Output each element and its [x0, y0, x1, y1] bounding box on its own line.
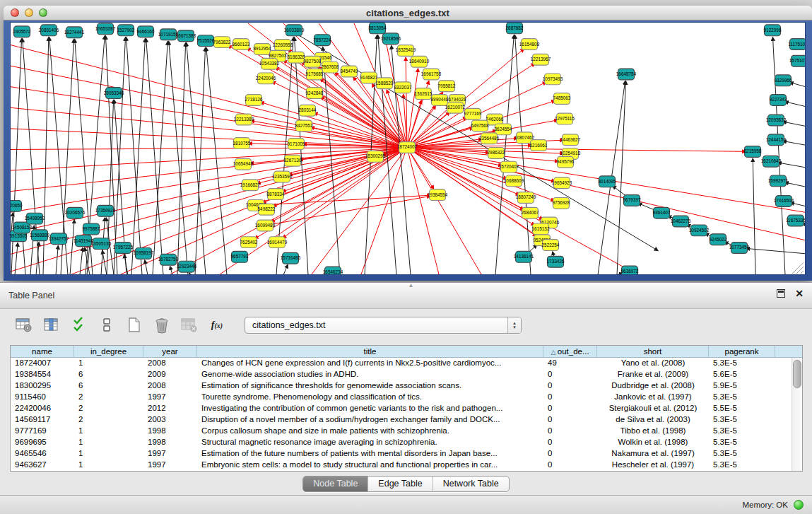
network-node[interactable]: 16961758	[421, 69, 442, 80]
network-node[interactable]: 13505135	[91, 238, 112, 250]
table-row[interactable]: 946362711997Embryonic stem cells: a mode…	[11, 460, 802, 471]
tab-edge-table[interactable]: Edge Table	[367, 477, 432, 491]
network-node[interactable]: 2620650	[11, 200, 23, 211]
cell-out_degree[interactable]: 0	[543, 369, 597, 380]
network-node[interactable]: 8878334	[267, 189, 285, 200]
network-node[interactable]: 19654923	[552, 177, 572, 189]
network-node[interactable]: 15992971	[768, 175, 789, 187]
network-node[interactable]: 16782759	[158, 254, 179, 265]
cell-title[interactable]: Genome-wide association studies in ADHD.	[197, 369, 543, 380]
combo-stepper-icon[interactable]: ▲▼	[507, 317, 521, 333]
network-node[interactable]: 8215958	[744, 146, 762, 158]
cell-pagerank[interactable]: 5.3E-5	[709, 426, 775, 437]
network-node[interactable]: 8322037	[394, 82, 412, 93]
cell-out_degree[interactable]: 0	[543, 460, 597, 471]
network-node[interactable]: 1733426	[547, 256, 565, 267]
network-node[interactable]: 9679197	[623, 195, 641, 206]
network-node[interactable]: 9827508	[304, 56, 322, 67]
cell-out_degree[interactable]: 0	[543, 448, 597, 460]
cell-in_degree[interactable]: 1	[74, 448, 143, 460]
cell-name[interactable]: 18724007	[11, 358, 74, 369]
network-node[interactable]: 10973493	[543, 74, 563, 85]
cell-short[interactable]: Stergiakouli et al. (2012)	[597, 403, 709, 414]
cell-pagerank[interactable]: 5.6E-5	[709, 369, 775, 380]
network-node[interactable]: 10654948	[233, 158, 254, 170]
network-node[interactable]: 10543382	[259, 58, 280, 69]
cell-name[interactable]: 19384554	[11, 369, 74, 380]
network-graph[interactable]: 1872400718300295193845548660123891295412…	[11, 23, 805, 274]
cell-year[interactable]: 2008	[143, 358, 197, 369]
network-node[interactable]: 16671388	[176, 30, 196, 42]
select-columns-button[interactable]	[42, 316, 61, 334]
network-node[interactable]: 7857224	[314, 35, 331, 46]
network-node[interactable]: 12975115	[555, 113, 575, 124]
new-table-button[interactable]	[124, 316, 144, 334]
cell-year[interactable]: 1998	[143, 426, 197, 437]
cell-title[interactable]: Changes of HCN gene expression and I(f) …	[197, 358, 543, 369]
network-node[interactable]: 9122996	[764, 25, 782, 36]
cell-year[interactable]: 1998	[143, 437, 197, 448]
network-node[interactable]: 18325419	[396, 45, 416, 57]
network-node[interactable]: 22420046	[256, 73, 276, 84]
network-node[interactable]: 9175685	[306, 69, 324, 80]
cell-year[interactable]: 1997	[143, 392, 197, 403]
network-node[interactable]: 9171005	[288, 139, 305, 150]
network-node[interactable]: 19166827	[240, 180, 261, 191]
network-node[interactable]: 2684067	[522, 207, 539, 218]
network-node[interactable]: 19218596	[381, 33, 401, 45]
cell-name[interactable]: 9115460	[11, 392, 74, 403]
network-node[interactable]: 18807249	[516, 192, 536, 204]
cell-out_degree[interactable]: 0	[543, 437, 597, 448]
cell-title[interactable]: Estimation of the future numbers of pati…	[197, 448, 543, 460]
network-node[interactable]: 20206576	[65, 207, 86, 218]
network-node[interactable]: 3624554	[495, 124, 512, 135]
scrollbar-thumb[interactable]	[793, 360, 801, 388]
network-node[interactable]: 12213389	[234, 114, 254, 125]
cell-in_degree[interactable]: 2	[74, 403, 143, 414]
network-node[interactable]: 15720407	[499, 161, 519, 173]
network-node[interactable]: 13942757	[49, 233, 69, 245]
cell-in_degree[interactable]: 6	[74, 369, 143, 380]
network-node[interactable]: 19384554	[428, 189, 448, 201]
cell-pagerank[interactable]: 5.5E-5	[709, 403, 775, 414]
network-node[interactable]: 15716485	[281, 252, 301, 264]
tab-network-table[interactable]: Network Table	[433, 477, 509, 491]
cell-year[interactable]: 2009	[143, 369, 197, 380]
network-node[interactable]: 2405572	[13, 26, 31, 37]
column-header-name[interactable]: name	[11, 346, 74, 358]
table-row[interactable]: 911546021997Tourette syndrome. Phenomeno…	[11, 392, 802, 403]
network-node[interactable]: 8186328	[288, 52, 305, 63]
network-node[interactable]: 9227343	[770, 95, 787, 106]
network-node[interactable]: 10773454	[729, 243, 750, 254]
network-node[interactable]: 2718126	[245, 95, 263, 106]
cell-in_degree[interactable]: 1	[74, 426, 143, 437]
cell-year[interactable]: 2012	[143, 403, 197, 414]
cell-title[interactable]: Embryonic stem cells: a model to study s…	[197, 460, 543, 471]
table-row[interactable]: 1872400712008Changes of HCN gene express…	[11, 358, 802, 369]
table-row[interactable]: 969969511998Structural magnetic resonanc…	[11, 437, 802, 448]
network-node[interactable]: 18724007	[397, 142, 418, 153]
network-node[interactable]: 9636972	[621, 266, 639, 274]
cell-title[interactable]: Tourette syndrome. Phenomenology and cla…	[197, 392, 543, 403]
network-node[interactable]: 9777169	[464, 108, 482, 119]
network-node[interactable]: 11175107	[788, 39, 805, 50]
network-node[interactable]: 7963822	[213, 37, 231, 48]
network-node[interactable]: 5498222	[258, 204, 276, 215]
table-row[interactable]: 2242004622012Investigating the contribut…	[11, 403, 802, 414]
column-header-in_degree[interactable]: in_degree	[74, 346, 143, 358]
network-node[interactable]: 8660123	[233, 39, 250, 50]
network-node[interactable]: 15498953	[25, 213, 45, 224]
cell-title[interactable]: Estimation of significance thresholds fo…	[197, 380, 543, 392]
network-node[interactable]: 16154808	[519, 39, 540, 50]
network-node[interactable]: 8990448	[431, 95, 449, 106]
cell-in_degree[interactable]: 2	[74, 392, 143, 403]
network-node[interactable]: 10924502	[689, 225, 710, 236]
cell-short[interactable]: Yano et al. (2008)	[597, 358, 709, 369]
cell-pagerank[interactable]: 5.3E-5	[709, 437, 775, 448]
table-row[interactable]: 1830029562008Estimation of significance …	[11, 380, 802, 392]
cell-name[interactable]: 9465546	[11, 448, 74, 460]
cell-short[interactable]: Franke et al. (2009)	[597, 369, 709, 380]
cell-out_degree[interactable]: 0	[543, 414, 597, 426]
network-node[interactable]: 12353594	[272, 171, 293, 182]
float-panel-icon[interactable]	[777, 289, 785, 298]
